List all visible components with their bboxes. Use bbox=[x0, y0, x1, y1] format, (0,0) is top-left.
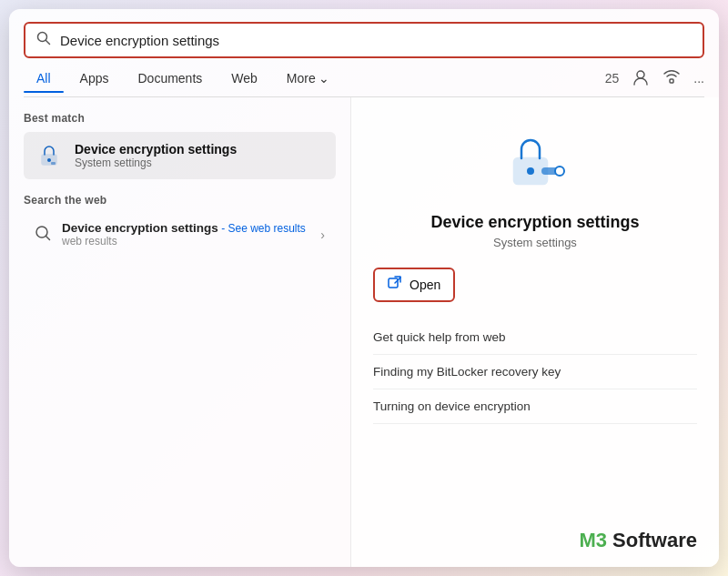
watermark: M3 Software bbox=[579, 529, 697, 552]
help-link-2[interactable]: Turning on device encryption bbox=[373, 389, 697, 424]
help-link-1[interactable]: Finding my BitLocker recovery key bbox=[373, 355, 697, 389]
search-bar: Device encryption settings bbox=[9, 9, 719, 58]
svg-rect-3 bbox=[670, 79, 673, 83]
encryption-icon-large bbox=[494, 126, 576, 198]
help-heading[interactable]: Get quick help from web bbox=[373, 320, 697, 355]
web-search-icon bbox=[35, 225, 51, 245]
content-area: Best match Device encryption settings Sy… bbox=[9, 97, 719, 567]
search-input[interactable]: Device encryption settings bbox=[60, 33, 692, 48]
ellipsis-button[interactable]: ... bbox=[693, 71, 704, 86]
web-search-text-block: Device encryption settings - See web res… bbox=[62, 221, 309, 248]
web-search-label: Search the web bbox=[24, 194, 336, 207]
web-search-main: Device encryption settings - See web res… bbox=[62, 221, 309, 235]
watermark-software: Software bbox=[607, 529, 697, 551]
tab-more-label: More bbox=[287, 71, 316, 86]
svg-line-1 bbox=[46, 41, 50, 45]
best-match-text: Device encryption settings System settin… bbox=[75, 142, 237, 169]
right-panel: Device encryption settings System settin… bbox=[350, 97, 719, 567]
open-icon bbox=[388, 276, 402, 294]
svg-line-8 bbox=[46, 236, 50, 239]
tab-apps[interactable]: Apps bbox=[67, 66, 122, 91]
chevron-right-icon: › bbox=[320, 227, 325, 242]
right-app-subtitle: System settings bbox=[493, 236, 577, 249]
watermark-m3: M3 bbox=[579, 529, 607, 551]
web-search-item[interactable]: Device encryption settings - See web res… bbox=[24, 214, 336, 255]
tab-web[interactable]: Web bbox=[218, 66, 270, 91]
tab-more[interactable]: More ⌄ bbox=[274, 66, 342, 91]
best-match-label: Best match bbox=[24, 112, 336, 125]
help-links: Get quick help from web Finding my BitLo… bbox=[373, 320, 697, 424]
tabs-row: All Apps Documents Web More ⌄ 25 bbox=[9, 58, 719, 91]
search-icon bbox=[36, 31, 51, 49]
tabs-left: All Apps Documents Web More ⌄ bbox=[24, 66, 342, 91]
tab-all[interactable]: All bbox=[24, 66, 64, 91]
network-icon bbox=[662, 68, 681, 89]
tabs-right: 25 ... bbox=[605, 68, 704, 89]
web-search-sub: web results bbox=[62, 235, 309, 248]
search-window: Device encryption settings All Apps Docu… bbox=[9, 9, 719, 567]
svg-point-5 bbox=[47, 158, 51, 162]
result-count: 25 bbox=[605, 71, 620, 86]
chevron-down-icon: ⌄ bbox=[318, 71, 329, 86]
svg-point-12 bbox=[555, 167, 564, 176]
open-button[interactable]: Open bbox=[373, 268, 455, 302]
best-match-title: Device encryption settings bbox=[75, 142, 237, 157]
search-input-wrapper[interactable]: Device encryption settings bbox=[24, 22, 704, 58]
best-match-item[interactable]: Device encryption settings System settin… bbox=[24, 132, 336, 179]
best-match-subtitle: System settings bbox=[75, 157, 237, 169]
right-app-title: Device encryption settings bbox=[430, 213, 639, 232]
svg-rect-13 bbox=[389, 278, 398, 288]
encryption-icon-small bbox=[35, 141, 64, 170]
svg-point-10 bbox=[527, 167, 534, 175]
open-btn-label: Open bbox=[410, 278, 440, 292]
tab-documents[interactable]: Documents bbox=[125, 66, 215, 91]
left-panel: Best match Device encryption settings Sy… bbox=[9, 97, 350, 567]
svg-rect-6 bbox=[51, 162, 56, 165]
person-icon bbox=[632, 68, 650, 89]
svg-point-2 bbox=[637, 71, 644, 78]
